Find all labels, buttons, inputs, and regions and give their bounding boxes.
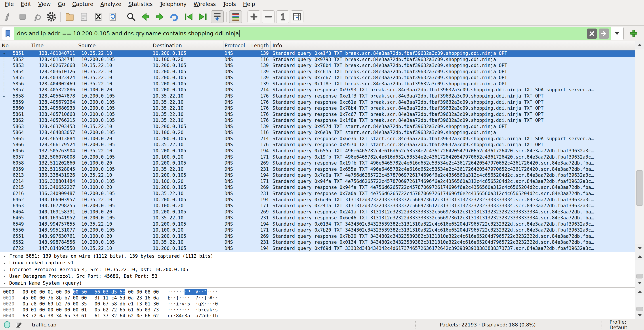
toolbar-button-go-to-packet[interactable] [168, 11, 180, 23]
column-header-protocol[interactable]: Protocol [224, 41, 250, 50]
packet-row-6550[interactable]: 6550143.99513107710.200.0.10510.100.0.20… [0, 227, 635, 233]
packet-row-5857[interactable]: ┆5857128.40532288610.100.0.2010.200.0.10… [0, 87, 635, 93]
scroll-down-button[interactable] [636, 279, 644, 287]
packet-row-5855[interactable]: ┆5855128.40382342410.35.22.1010.200.0.10… [0, 75, 635, 81]
packet-row-5854[interactable]: ┆5854128.40361012610.35.22.1010.200.0.10… [0, 69, 635, 75]
hex-row-0030[interactable]: 003000 01 00 00 00 00 00 01 05 62 72 65 … [0, 307, 635, 313]
toolbar-button-zoom-in[interactable] [248, 11, 260, 23]
toolbar-button-resize-columns[interactable] [290, 11, 304, 23]
column-header-no[interactable]: No. [0, 41, 26, 50]
packet-row-6549[interactable]: 6549143.99475785510.35.22.1010.200.0.105… [0, 221, 635, 227]
toolbar-button-open-file[interactable] [63, 11, 76, 23]
column-header-source[interactable]: Source [77, 41, 149, 50]
expander-triangle-icon[interactable]: ▸ [0, 273, 9, 280]
packet-row-6056[interactable]: 6056132.50576390410.35.22.1010.200.0.105… [0, 148, 635, 154]
packet-row-5852[interactable]: ┆5852128.40153474110.200.0.10510.100.0.2… [0, 57, 635, 63]
toolbar-button-find-packet[interactable] [125, 11, 138, 23]
toolbar-button-zoom-original[interactable] [276, 11, 289, 23]
expander-triangle-icon[interactable]: ▸ [0, 253, 9, 260]
packet-row-6722[interactable]: 6722147.81409355010.35.22.1010.200.0.105… [0, 245, 635, 252]
menu-item-edit[interactable]: Edit [17, 1, 34, 7]
scroll-up-button[interactable] [636, 41, 644, 49]
filter-dropdown-button[interactable] [611, 27, 624, 40]
hex-row-0010[interactable]: 001045 00 00 7b 8b b7 00 00 3f 11 c4 5d … [0, 295, 635, 301]
column-header-length[interactable]: Length [250, 41, 270, 50]
column-header-destination[interactable]: Destination [149, 41, 224, 50]
packet-row-6551[interactable]: 6551143.99763076110.100.0.2010.200.0.105… [0, 233, 635, 239]
packet-row-5862[interactable]: 5862128.40576621510.200.0.10510.35.22.10… [0, 117, 635, 124]
packet-row-6464[interactable]: 6464140.16915839110.100.0.2010.200.0.105… [0, 209, 635, 215]
packet-row-6057[interactable]: 6057132.50607600810.200.0.10510.100.0.20… [0, 154, 635, 160]
filter-clear-button[interactable] [587, 29, 597, 39]
packet-row-6462[interactable]: 6462140.16690395710.35.22.1010.200.0.105… [0, 197, 635, 203]
toolbar-button-close-file[interactable] [92, 11, 105, 23]
scrollbar-thumb[interactable] [636, 274, 643, 278]
bytes-scrollbar[interactable] [635, 287, 644, 319]
toolbar-button-go-next[interactable] [154, 11, 166, 23]
packet-row-6058[interactable]: 6058132.51120286010.100.0.2010.200.0.105… [0, 160, 635, 166]
menu-item-analyze[interactable]: Analyze [97, 1, 125, 7]
packet-row-6465[interactable]: 6465140.16954195210.200.0.10510.35.22.10… [0, 215, 635, 221]
capture-comment-icon[interactable] [16, 321, 22, 328]
packet-row-6213[interactable]: 6213136.33843192610.35.22.1010.200.0.105… [0, 172, 635, 178]
menu-item-capture[interactable]: Capture [69, 1, 97, 7]
toolbar-button-zoom-out[interactable] [262, 11, 275, 23]
column-header-time[interactable]: Time [26, 41, 77, 50]
packet-row-6215[interactable]: 6215136.34065222710.100.0.2010.200.0.105… [0, 184, 635, 191]
toolbar-button-auto-scroll[interactable] [211, 11, 224, 23]
packet-row-6214[interactable]: 6214136.33880148410.200.0.10510.100.0.20… [0, 178, 635, 185]
filter-input[interactable]: dns and ip.addr == 10.200.0.105 and dns.… [14, 27, 611, 40]
profile-selector[interactable]: Profile: Default [610, 319, 644, 330]
hex-row-0000[interactable]: 000000 00 00 01 00 06 00 50 56 03 d5 5e … [0, 289, 635, 295]
toolbar-button-go-last[interactable] [196, 11, 209, 23]
packet-row-5861[interactable]: 5861128.40571066810.200.0.10510.35.22.10… [0, 112, 635, 118]
packet-row-5859[interactable]: 5859128.40567926410.200.0.10510.35.22.10… [0, 99, 635, 106]
scroll-down-button[interactable] [636, 311, 644, 319]
menu-item-view[interactable]: View [35, 1, 54, 7]
detail-line[interactable]: ▸Linux cooked capture v1 [0, 259, 635, 266]
packet-row-6463[interactable]: 6463140.16729825510.200.0.10510.100.0.20… [0, 203, 635, 209]
detail-line[interactable]: ▸User Datagram Protocol, Src Port: 45686… [0, 273, 635, 279]
add-filter-button[interactable] [628, 28, 639, 39]
menu-item-statistics[interactable]: Statistics [125, 1, 156, 7]
display-filter-field[interactable]: dns and ip.addr == 10.200.0.105 and dns.… [2, 27, 624, 40]
filter-bookmark-icon[interactable] [2, 27, 14, 40]
packet-row-6552[interactable]: 6552143.99878455610.200.0.10510.35.22.10… [0, 239, 635, 245]
filter-apply-button[interactable] [599, 29, 609, 39]
toolbar-button-go-first[interactable] [182, 11, 195, 23]
packet-row-5858[interactable]: ←5858128.40564787810.200.0.10510.35.22.1… [0, 93, 635, 99]
packet-row-5865[interactable]: 5865128.46591388410.100.0.2010.200.0.105… [0, 136, 635, 142]
capture-file-properties-icon[interactable] [4, 321, 10, 328]
packet-row-5860[interactable]: 5860128.40568093310.200.0.10510.35.22.10… [0, 105, 635, 112]
packet-row-5853[interactable]: ┆5853128.40267266810.35.22.1010.200.0.10… [0, 63, 635, 69]
packet-row-6059[interactable]: 6059132.51152804510.200.0.10510.35.22.10… [0, 166, 635, 173]
menu-item-tools[interactable]: Tools [219, 1, 239, 7]
detail-line[interactable]: ▸Domain Name System (query) [0, 280, 635, 286]
toolbar-button-reload-file[interactable] [106, 11, 119, 23]
packet-row-5864[interactable]: 5864128.46408305710.200.0.10510.100.0.20… [0, 130, 635, 136]
menu-item-go[interactable]: Go [54, 1, 69, 7]
hex-row-0020[interactable]: 00200a c8 00 69 b2 76 00 35 00 67 58 db … [0, 301, 635, 307]
menu-item-file[interactable]: File [1, 1, 17, 7]
scroll-up-button[interactable] [636, 287, 644, 295]
toolbar-button-colorize[interactable] [229, 11, 242, 23]
expander-triangle-icon[interactable]: ▸ [0, 266, 9, 273]
expander-triangle-icon[interactable]: ▸ [0, 280, 9, 287]
scroll-up-button[interactable] [636, 252, 644, 260]
packet-row-5851[interactable]: →5851128.40104071110.35.22.1010.200.0.10… [0, 51, 635, 57]
scrollbar-thumb[interactable] [636, 170, 643, 206]
packet-row-6216[interactable]: 6216136.34090948710.200.0.10510.35.22.10… [0, 191, 635, 197]
scroll-down-button[interactable] [636, 244, 644, 252]
hex-row-0040[interactable]: 004063 72 0a 38 34 65 33 61 61 37 32 64 … [0, 313, 635, 319]
menu-item-wireless[interactable]: Wireless [190, 1, 219, 7]
scrollbar-thumb[interactable] [636, 307, 643, 311]
column-header-info[interactable]: Info [270, 41, 635, 50]
packet-row-5856[interactable]: ┆5856128.40400246910.35.22.1010.200.0.10… [0, 81, 635, 87]
packet-row-5866[interactable]: 5866128.46617952410.200.0.10510.35.22.10… [0, 142, 635, 148]
packet-list-scrollbar[interactable] [635, 41, 644, 252]
menu-item-telephony[interactable]: Telephony [156, 1, 190, 7]
packet-row-5863[interactable]: 5863128.46370345310.35.22.1010.200.0.105… [0, 124, 635, 130]
toolbar-button-capture-options[interactable] [45, 11, 58, 23]
detail-line[interactable]: ▸Frame 5851: 139 bytes on wire (1112 bit… [0, 253, 635, 259]
toolbar-button-go-previous[interactable] [139, 11, 152, 23]
